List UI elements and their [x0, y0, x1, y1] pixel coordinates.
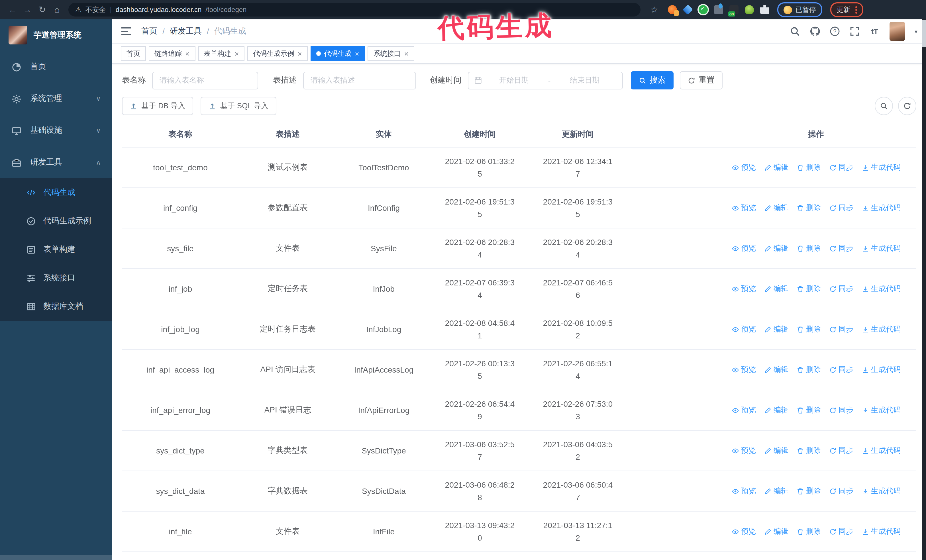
- sync-link[interactable]: 同步: [829, 203, 853, 213]
- delete-link[interactable]: 删除: [796, 445, 821, 456]
- tab-3[interactable]: 代码生成示例 ×: [247, 46, 307, 61]
- tab-close-icon[interactable]: ×: [185, 50, 189, 57]
- edit-link[interactable]: 编辑: [764, 365, 788, 375]
- reload-icon[interactable]: ↻: [35, 3, 49, 17]
- end-date-placeholder[interactable]: 结束日期: [553, 75, 617, 86]
- refresh-table-button[interactable]: [898, 97, 916, 115]
- sync-link[interactable]: 同步: [829, 445, 853, 456]
- forward-icon[interactable]: →: [21, 3, 34, 17]
- delete-link[interactable]: 删除: [796, 284, 821, 294]
- search-icon[interactable]: [790, 26, 800, 36]
- sidebar-subitem-0[interactable]: 代码生成: [0, 178, 112, 207]
- breadcrumb-item[interactable]: 首页: [141, 26, 157, 36]
- sync-link[interactable]: 同步: [829, 243, 853, 254]
- sync-link[interactable]: 同步: [829, 365, 853, 375]
- help-icon[interactable]: ?: [830, 26, 840, 36]
- edit-link[interactable]: 编辑: [764, 243, 788, 254]
- address-bar[interactable]: ⚠ 不安全 | dashboard.yudao.iocoder.cn/tool/…: [68, 3, 640, 17]
- edit-link[interactable]: 编辑: [764, 324, 788, 334]
- sidebar-logo-row[interactable]: 芋道管理系统: [0, 20, 112, 51]
- sidebar-item-1[interactable]: 系统管理 ∨: [0, 83, 112, 115]
- window-scrollbar[interactable]: [922, 20, 926, 560]
- tab-0[interactable]: 首页 ×: [121, 46, 146, 61]
- generate-code-link[interactable]: 生成代码: [861, 365, 901, 375]
- tab-close-icon[interactable]: ×: [355, 50, 359, 57]
- back-icon[interactable]: ←: [6, 3, 20, 17]
- sync-link[interactable]: 同步: [829, 527, 853, 537]
- sync-link[interactable]: 同步: [829, 486, 853, 496]
- preview-link[interactable]: 预览: [731, 527, 756, 537]
- hamburger-icon[interactable]: [121, 27, 132, 36]
- tab-4[interactable]: 代码生成 ×: [310, 46, 365, 61]
- generate-code-link[interactable]: 生成代码: [861, 243, 901, 254]
- breadcrumb-item[interactable]: 研发工具: [170, 26, 202, 36]
- preview-link[interactable]: 预览: [731, 486, 756, 496]
- preview-link[interactable]: 预览: [731, 445, 756, 456]
- generate-code-link[interactable]: 生成代码: [861, 527, 901, 537]
- edit-link[interactable]: 编辑: [764, 284, 788, 294]
- edit-link[interactable]: 编辑: [764, 162, 788, 173]
- security-label[interactable]: 不安全: [85, 5, 106, 15]
- preview-link[interactable]: 预览: [731, 405, 756, 415]
- generate-code-link[interactable]: 生成代码: [861, 324, 901, 334]
- generate-code-link[interactable]: 生成代码: [861, 203, 901, 213]
- import-sql-button[interactable]: 基于 SQL 导入: [201, 97, 277, 115]
- sync-link[interactable]: 同步: [829, 324, 853, 334]
- github-icon[interactable]: [810, 26, 820, 36]
- delete-link[interactable]: 删除: [796, 243, 821, 254]
- import-db-button[interactable]: 基于 DB 导入: [122, 97, 194, 115]
- sidebar-item-0[interactable]: 首页: [0, 51, 112, 83]
- user-avatar[interactable]: [890, 22, 905, 41]
- preview-link[interactable]: 预览: [731, 243, 756, 254]
- sync-link[interactable]: 同步: [829, 405, 853, 415]
- table-name-input[interactable]: 请输入表名称: [152, 71, 258, 89]
- scrollbar-thumb[interactable]: [922, 20, 926, 47]
- extension-icon-gem[interactable]: [683, 5, 693, 15]
- delete-link[interactable]: 删除: [796, 203, 821, 213]
- generate-code-link[interactable]: 生成代码: [861, 486, 901, 496]
- tab-close-icon[interactable]: ×: [235, 50, 239, 57]
- edit-link[interactable]: 编辑: [764, 527, 788, 537]
- tab-close-icon[interactable]: ×: [298, 50, 302, 57]
- sidebar-subitem-2[interactable]: 表单构建: [0, 235, 112, 264]
- user-caret-down-icon[interactable]: ▾: [915, 28, 917, 35]
- generate-code-link[interactable]: 生成代码: [861, 445, 901, 456]
- edit-link[interactable]: 编辑: [764, 445, 788, 456]
- delete-link[interactable]: 删除: [796, 162, 821, 173]
- browser-menu-icon[interactable]: [855, 6, 857, 14]
- extension-icon-check[interactable]: [699, 5, 708, 14]
- delete-link[interactable]: 删除: [796, 486, 821, 496]
- date-range-picker[interactable]: 开始日期 - 结束日期: [468, 71, 623, 89]
- extension-icon-grid[interactable]: [714, 5, 723, 14]
- sidebar-subitem-3[interactable]: 系统接口: [0, 264, 112, 292]
- search-button[interactable]: 搜索: [631, 71, 673, 89]
- font-size-icon[interactable]: tT: [870, 26, 880, 36]
- extension-icon-alien[interactable]: [745, 5, 754, 14]
- edit-link[interactable]: 编辑: [764, 203, 788, 213]
- extension-icon-on-badge[interactable]: [729, 5, 738, 14]
- sync-link[interactable]: 同步: [829, 284, 853, 294]
- browser-update-button[interactable]: 更新: [830, 2, 863, 17]
- sidebar-item-3[interactable]: 研发工具 ∧: [0, 146, 112, 178]
- toggle-search-button[interactable]: [875, 97, 893, 115]
- preview-link[interactable]: 预览: [731, 203, 756, 213]
- tab-1[interactable]: 链路追踪 ×: [149, 46, 195, 61]
- sidebar-item-2[interactable]: 基础设施 ∨: [0, 115, 112, 146]
- extension-icon-orange[interactable]: [668, 5, 677, 14]
- tab-2[interactable]: 表单构建 ×: [198, 46, 244, 61]
- preview-link[interactable]: 预览: [731, 162, 756, 173]
- delete-link[interactable]: 删除: [796, 365, 821, 375]
- delete-link[interactable]: 删除: [796, 324, 821, 334]
- extensions-puzzle-icon[interactable]: [760, 5, 769, 14]
- delete-link[interactable]: 删除: [796, 527, 821, 537]
- tab-close-icon[interactable]: ×: [404, 50, 409, 57]
- sync-link[interactable]: 同步: [829, 162, 853, 173]
- profile-paused-badge[interactable]: 已暂停: [777, 2, 822, 17]
- fullscreen-icon[interactable]: [850, 26, 860, 36]
- tab-5[interactable]: 系统接口 ×: [368, 46, 414, 61]
- delete-link[interactable]: 删除: [796, 405, 821, 415]
- bookmark-star-icon[interactable]: ☆: [648, 3, 661, 17]
- generate-code-link[interactable]: 生成代码: [861, 162, 901, 173]
- sidebar-subitem-1[interactable]: 代码生成示例: [0, 207, 112, 235]
- reset-button[interactable]: 重置: [680, 71, 723, 89]
